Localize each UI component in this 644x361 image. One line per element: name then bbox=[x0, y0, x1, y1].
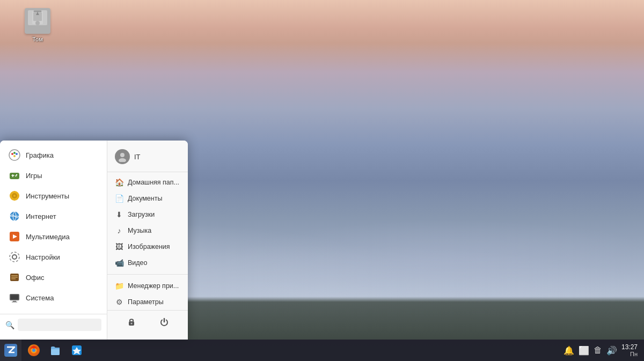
menu-locations-panel: IT 🏠 Домашняя пап... 📄 Документы ⬇ Загру… bbox=[107, 141, 188, 340]
tray-day: Пн bbox=[621, 351, 638, 357]
images-icon: 🖼 bbox=[115, 242, 123, 251]
taskbar-tray: 🔔 ⬜ 🗑 🔊 13:27 Пн bbox=[564, 343, 644, 357]
lock-button[interactable] bbox=[122, 315, 141, 331]
trash-icon[interactable]: 🗑 bbox=[594, 345, 602, 355]
tray-clock: 13:27 Пн bbox=[621, 343, 638, 357]
search-icon: 🔍 bbox=[5, 321, 14, 329]
taskbar-firefox[interactable] bbox=[24, 340, 44, 360]
games-icon bbox=[9, 170, 20, 181]
menu-item-graphics[interactable]: Графика bbox=[0, 145, 107, 165]
menu-item-office[interactable]: Офис bbox=[0, 267, 107, 288]
tray-time: 13:27 bbox=[621, 343, 638, 351]
downloads-icon: ⬇ bbox=[115, 210, 123, 219]
volume-icon bbox=[25, 8, 50, 34]
menu-documents[interactable]: 📄 Документы bbox=[107, 190, 188, 207]
menu-categories-panel: Графика Игры bbox=[0, 141, 107, 340]
manager-icon: 📁 bbox=[115, 282, 123, 290]
office-icon bbox=[9, 271, 20, 283]
graphics-label: Графика bbox=[26, 151, 54, 159]
manager-label: Менеджер при... bbox=[128, 282, 179, 290]
internet-label: Интернет bbox=[26, 212, 56, 220]
menu-downloads[interactable]: ⬇ Загрузки bbox=[107, 207, 188, 223]
music-icon: ♪ bbox=[115, 226, 123, 235]
menu-item-internet[interactable]: Интернет bbox=[0, 206, 107, 226]
volume-tray-icon[interactable]: 🔊 bbox=[606, 345, 617, 356]
taskbar-apps bbox=[21, 340, 89, 360]
documents-icon: 📄 bbox=[115, 194, 123, 203]
multimedia-label: Мультимедиа bbox=[26, 233, 70, 241]
svg-rect-10 bbox=[12, 175, 14, 176]
svg-rect-26 bbox=[11, 275, 18, 276]
menu-user[interactable]: IT bbox=[107, 145, 188, 172]
svg-rect-17 bbox=[14, 198, 15, 201]
menu-item-tools[interactable]: Инструменты bbox=[0, 186, 107, 206]
games-label: Игры bbox=[26, 172, 42, 180]
svg-point-5 bbox=[13, 152, 16, 154]
menu-item-settings[interactable]: Настройки bbox=[0, 247, 107, 267]
params-icon: ⚙ bbox=[115, 298, 123, 306]
svg-point-2 bbox=[35, 21, 40, 25]
office-label: Офис bbox=[26, 274, 45, 282]
documents-label: Документы bbox=[128, 195, 162, 202]
desktop-icon-label: Том bbox=[32, 36, 43, 42]
graphics-icon bbox=[9, 149, 20, 161]
menu-item-multimedia[interactable]: Мультимедиа bbox=[0, 226, 107, 247]
svg-point-7 bbox=[13, 155, 16, 157]
windows-icon[interactable]: ⬜ bbox=[579, 345, 589, 356]
svg-rect-31 bbox=[13, 301, 16, 302]
svg-point-33 bbox=[120, 153, 125, 157]
downloads-label: Загрузки bbox=[128, 211, 155, 218]
tools-label: Инструменты bbox=[26, 192, 69, 200]
home-label: Домашняя пап... bbox=[128, 179, 179, 186]
tools-icon bbox=[9, 190, 20, 202]
svg-rect-28 bbox=[11, 278, 16, 279]
multimedia-icon bbox=[9, 231, 20, 242]
svg-point-24 bbox=[10, 252, 19, 262]
video-icon: 📹 bbox=[115, 259, 123, 267]
svg-rect-19 bbox=[17, 195, 19, 196]
taskbar-store[interactable] bbox=[67, 340, 87, 360]
svg-rect-16 bbox=[14, 191, 15, 193]
taskbar-start-button[interactable] bbox=[0, 340, 21, 361]
video-label: Видео bbox=[128, 259, 148, 267]
zorin-logo bbox=[4, 344, 17, 357]
params-label: Параметры bbox=[128, 298, 164, 306]
svg-point-12 bbox=[15, 175, 16, 176]
menu-images[interactable]: 🖼 Изображения bbox=[107, 239, 188, 255]
menu-home[interactable]: 🏠 Домашняя пап... bbox=[107, 174, 188, 190]
system-icon bbox=[9, 292, 20, 304]
taskbar-files[interactable] bbox=[45, 340, 65, 360]
desktop-icon-volume[interactable]: Том bbox=[25, 8, 50, 42]
menu-video[interactable]: 📹 Видео bbox=[107, 255, 188, 271]
svg-point-11 bbox=[16, 174, 17, 175]
menu-params[interactable]: ⚙ Параметры bbox=[107, 294, 188, 310]
menu-app-manager[interactable]: 📁 Менеджер при... bbox=[107, 278, 188, 294]
menu-item-system[interactable]: Система bbox=[0, 288, 107, 308]
system-label: Система bbox=[26, 294, 54, 302]
svg-point-4 bbox=[11, 153, 13, 155]
notification-icon[interactable]: 🔔 bbox=[564, 345, 574, 356]
menu-power-bar bbox=[107, 310, 188, 335]
svg-rect-27 bbox=[11, 277, 18, 278]
user-avatar bbox=[115, 149, 130, 164]
internet-icon bbox=[9, 210, 20, 222]
svg-point-15 bbox=[13, 195, 16, 197]
svg-rect-32 bbox=[12, 302, 17, 303]
power-button[interactable] bbox=[155, 315, 173, 331]
search-input[interactable] bbox=[18, 319, 101, 331]
separator-1 bbox=[107, 274, 188, 275]
start-menu: Графика Игры bbox=[0, 141, 188, 340]
music-label: Музыка bbox=[128, 227, 151, 234]
svg-rect-18 bbox=[10, 195, 12, 196]
settings-label: Настройки bbox=[26, 253, 60, 261]
svg-rect-30 bbox=[11, 295, 18, 299]
menu-item-games[interactable]: Игры bbox=[0, 165, 107, 186]
svg-rect-8 bbox=[10, 173, 19, 179]
settings-icon bbox=[9, 251, 20, 263]
username-label: IT bbox=[134, 153, 141, 161]
menu-music[interactable]: ♪ Музыка bbox=[107, 223, 188, 239]
images-label: Изображения bbox=[128, 243, 170, 251]
svg-point-23 bbox=[12, 255, 17, 259]
svg-point-39 bbox=[32, 349, 35, 352]
home-icon: 🏠 bbox=[115, 178, 123, 187]
